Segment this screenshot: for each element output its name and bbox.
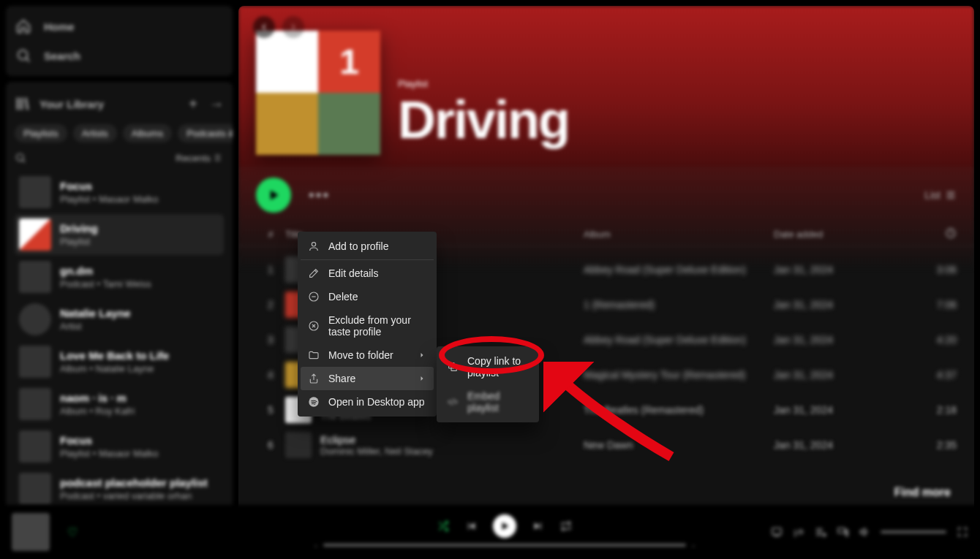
track-date: Jan 31, 2024 <box>774 299 905 311</box>
fullscreen-button[interactable] <box>957 526 968 538</box>
total-time: - <box>692 541 695 550</box>
library-item-cover <box>19 176 51 208</box>
left-sidebar: Home Search Your Library + → Playlists A… <box>6 6 233 517</box>
col-index: # <box>256 229 285 240</box>
submenu-item-copy-link[interactable]: Copy link to playlist <box>440 349 536 384</box>
track-album[interactable]: 1 (Remastered) <box>584 299 774 311</box>
now-playing-view-button[interactable] <box>771 526 783 538</box>
nav-forward-button[interactable] <box>282 16 304 38</box>
track-index: 3 <box>256 334 285 346</box>
filter-playlists[interactable]: Playlists <box>15 124 67 142</box>
nav-search-label: Search <box>44 50 80 62</box>
view-switch[interactable]: List <box>924 189 957 201</box>
mute-button[interactable] <box>859 526 870 538</box>
library-item-title: Love Me Back to Life <box>60 349 169 362</box>
previous-button[interactable] <box>465 520 477 532</box>
track-artist[interactable]: Dominic Miller, Neil Stacey <box>320 446 433 457</box>
devices-button[interactable] <box>837 526 848 538</box>
share-submenu: Copy link to playlistEmbed playlist <box>437 346 539 422</box>
list-icon <box>214 153 224 163</box>
menu-item-exclude[interactable]: Exclude from your taste profile <box>301 308 434 343</box>
filter-artists[interactable]: Artists <box>73 124 117 142</box>
now-playing-cover[interactable] <box>12 513 50 551</box>
track-duration: 7:06 <box>905 299 957 311</box>
find-more-button[interactable]: Find more <box>238 480 974 505</box>
svg-rect-11 <box>772 528 781 535</box>
queue-button[interactable] <box>815 526 826 538</box>
library-item-title: Focus <box>60 434 159 446</box>
library-item[interactable]: FocusPlaylist • Masaor Malko <box>15 426 224 467</box>
submenu-item-label: Copy link to playlist <box>467 355 529 379</box>
library-item-cover <box>19 218 51 251</box>
menu-item-share[interactable]: Share <box>301 367 434 390</box>
track-index: 6 <box>256 439 285 451</box>
track-date: Jan 31, 2024 <box>774 334 905 346</box>
track-album[interactable]: Magical Mystery Tour (Remastered) <box>584 369 774 381</box>
menu-item-open-desktop[interactable]: Open in Desktop app <box>301 390 434 414</box>
filter-podcasts[interactable]: Podcasts & … <box>178 124 233 142</box>
menu-item-delete[interactable]: Delete <box>301 285 434 308</box>
track-duration: 2:18 <box>905 404 957 416</box>
play-pause-button[interactable] <box>493 514 516 538</box>
svg-point-3 <box>17 154 23 161</box>
library-item-cover <box>19 473 51 505</box>
library-sort-button[interactable]: Recents <box>176 153 224 164</box>
library-item[interactable]: DrivingPlaylist <box>15 214 224 255</box>
playlist-toolbar: ••• List <box>238 166 974 224</box>
library-item-subtitle: Podcast • Tami Weiss <box>60 278 151 289</box>
repeat-button[interactable] <box>560 520 572 532</box>
library-item[interactable]: Natalie LayneArtist <box>15 299 224 340</box>
home-icon <box>15 18 32 35</box>
track-index: 4 <box>256 369 285 381</box>
elapsed-time: - <box>314 541 317 550</box>
library-label: Your Library <box>39 98 104 110</box>
track-album[interactable]: The Beatles (Remastered) <box>584 404 774 416</box>
library-item-title: gn.dm <box>60 265 151 277</box>
track-album[interactable]: New Dawn <box>584 439 774 451</box>
svg-point-5 <box>312 243 315 246</box>
library-item[interactable]: FocusPlaylist • Masaor Malko <box>15 172 224 213</box>
library-add-button[interactable]: + <box>189 96 197 113</box>
play-button[interactable] <box>256 178 291 213</box>
like-button[interactable]: ♡ <box>67 525 78 539</box>
shuffle-button[interactable] <box>437 520 449 532</box>
library-toggle[interactable]: Your Library <box>15 96 104 112</box>
list-icon <box>945 189 957 201</box>
library-item[interactable]: podcast placeholder playlistPodcast • va… <box>15 468 224 509</box>
menu-item-add-to-profile[interactable]: Add to profile <box>301 235 434 258</box>
filter-albums[interactable]: Albums <box>123 124 172 142</box>
library-item-cover <box>19 388 51 420</box>
next-button[interactable] <box>532 520 544 532</box>
svg-rect-1 <box>17 98 19 110</box>
library-item-subtitle: Album • Roy Kafri <box>60 406 135 417</box>
library-item-subtitle: Playlist <box>60 236 98 247</box>
menu-item-edit-details[interactable]: Edit details <box>301 262 434 285</box>
nav-back-button[interactable] <box>253 16 275 38</box>
library-item-title: naom · is · m <box>60 392 135 404</box>
library-item[interactable]: gn.dmPodcast • Tami Weiss <box>15 256 224 297</box>
lyrics-button[interactable] <box>793 526 804 538</box>
chevron-right-icon <box>418 374 426 383</box>
svg-rect-12 <box>838 528 845 533</box>
track-cover <box>285 432 312 458</box>
library-item-subtitle: Podcast • varied variable orhan <box>60 490 208 501</box>
library-expand-button[interactable]: → <box>209 96 224 113</box>
track-album[interactable]: Abbey Road (Super Deluxe Edition) <box>584 334 774 346</box>
progress-bar[interactable] <box>323 544 687 547</box>
submenu-item-embed[interactable]: Embed playlist <box>440 384 536 419</box>
library-search-icon[interactable] <box>15 152 26 164</box>
more-options-button[interactable]: ••• <box>309 186 330 205</box>
playlist-context-menu: Add to profileEdit detailsDeleteExclude … <box>298 232 437 417</box>
track-row[interactable]: 6EclipseDominic Miller, Neil StaceyNew D… <box>250 427 962 463</box>
library-item[interactable]: naom · is · mAlbum • Roy Kafri <box>15 384 224 425</box>
track-album[interactable]: Abbey Road (Super Deluxe Edition) <box>584 264 774 275</box>
nav-home[interactable]: Home <box>15 12 224 41</box>
library-item[interactable]: Love Me Back to LifeAlbum • Natalie Layn… <box>15 341 224 382</box>
library-item-title: Natalie Layne <box>60 307 131 319</box>
library-item-title: Focus <box>60 180 159 192</box>
menu-item-move-to-folder[interactable]: Move to folder <box>301 343 434 367</box>
volume-bar[interactable] <box>881 531 946 533</box>
nav-search[interactable]: Search <box>15 41 224 70</box>
submenu-item-label: Embed playlist <box>467 390 529 414</box>
clock-icon <box>945 227 957 239</box>
